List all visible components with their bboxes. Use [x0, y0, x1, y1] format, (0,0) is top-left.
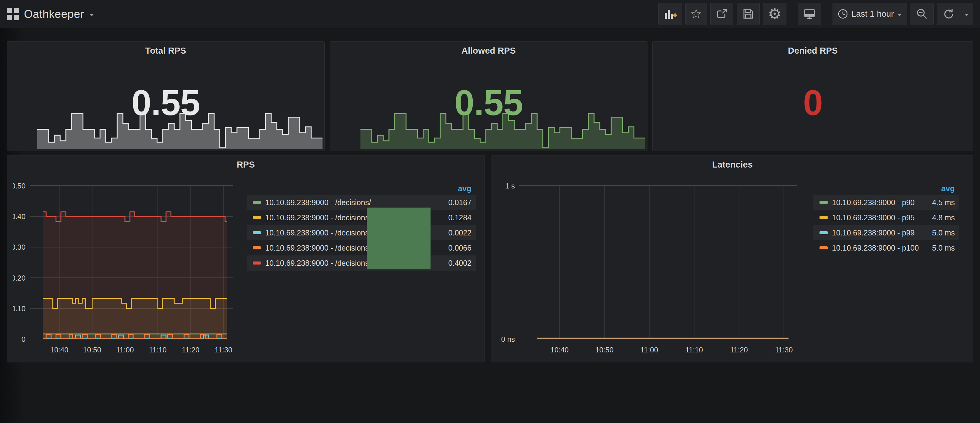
save-icon [741, 7, 755, 21]
legend-row[interactable]: 10.10.69.238:9000 - /decisions/0.4002 [247, 255, 476, 271]
refresh-button-group [937, 3, 973, 25]
time-range-label: Last 1 hour [851, 9, 894, 19]
chevron-down-icon [897, 14, 902, 16]
zoom-out-icon [915, 7, 929, 21]
series-label[interactable]: 10.10.69.238:9000 - p100 [832, 244, 919, 252]
series-avg-value: 5.0 ms [932, 228, 955, 237]
series-label[interactable]: 10.10.69.238:9000 - /decisions/ [265, 228, 371, 237]
panel-latencies: Latencies 10:4010:5011:0011:1011:2011:30… [492, 155, 973, 363]
panel-title[interactable]: Allowed RPS [330, 46, 647, 56]
panel-title[interactable]: Total RPS [7, 46, 325, 56]
svg-text:10:40: 10:40 [50, 346, 68, 354]
series-label[interactable]: 10.10.69.238:9000 - p95 [832, 213, 915, 222]
series-color-swatch[interactable] [253, 261, 261, 265]
legend-row[interactable]: 10.10.69.238:9000 - /decisions/0.1284 [247, 210, 476, 225]
latencies-legend: avg 10.10.69.238:9000 - p904.5 ms10.10.6… [813, 182, 959, 255]
refresh-icon [942, 7, 955, 21]
legend-row[interactable]: 10.10.69.238:9000 - /decisions/0.0066 [247, 240, 476, 255]
svg-text:11:30: 11:30 [215, 346, 232, 354]
legend-avg-header[interactable]: avg [813, 182, 959, 195]
series-color-swatch[interactable] [253, 231, 261, 234]
grafana-dashboard: { "nav": { "title": "Oathkeeper", "time_… [0, 0, 980, 423]
series-avg-value: 4.5 ms [932, 198, 955, 207]
panel-title[interactable]: Latencies [492, 160, 973, 170]
panel-total-rps: Total RPS 0.55 [7, 41, 325, 151]
rps-chart[interactable]: 10:4010:5011:0011:1011:2011:3000.100.200… [13, 165, 243, 358]
panel-allowed-rps: Allowed RPS 0.55 [330, 41, 648, 151]
series-avg-value: 5.0 ms [932, 244, 955, 252]
series-avg-value: 0.0066 [449, 244, 471, 252]
panel-denied-rps: Denied RPS 0 [652, 41, 973, 151]
chevron-down-icon [965, 14, 969, 16]
series-color-swatch[interactable] [819, 201, 828, 204]
svg-text:0 ns: 0 ns [501, 335, 515, 343]
svg-text:0.40: 0.40 [13, 212, 25, 220]
series-avg-value: 0.0167 [449, 198, 471, 207]
svg-text:0: 0 [22, 335, 25, 343]
series-avg-value: 0.0022 [449, 228, 471, 237]
latencies-chart[interactable]: 10:4010:5011:0011:1011:2011:300 ns1 s [498, 165, 810, 358]
refresh-button[interactable] [937, 3, 960, 25]
svg-text:10:50: 10:50 [83, 346, 101, 354]
series-avg-value: 4.8 ms [932, 213, 955, 222]
add-panel-button[interactable] [659, 3, 682, 25]
svg-text:10:50: 10:50 [595, 346, 614, 354]
panel-title[interactable]: Denied RPS [652, 46, 973, 56]
svg-text:11:10: 11:10 [686, 346, 703, 354]
series-label[interactable]: 10.10.69.238:9000 - /decisions/ [265, 198, 371, 207]
share-button[interactable] [710, 3, 733, 25]
dashboard-picker[interactable]: Oathkeeper [7, 8, 94, 21]
green-overlay [367, 208, 431, 269]
svg-text:0.50: 0.50 [13, 182, 25, 190]
stat-value: 0.55 [7, 82, 325, 123]
legend-row[interactable]: 10.10.69.238:9000 - p904.5 ms [813, 195, 959, 210]
dashboards-grid-icon [7, 8, 19, 20]
legend-avg-header[interactable]: avg [247, 182, 476, 195]
series-label[interactable]: 10.10.69.238:9000 - /decisions/ [265, 244, 371, 252]
svg-text:11:30: 11:30 [775, 346, 792, 354]
zoom-out-button[interactable] [910, 3, 934, 25]
legend-row[interactable]: 10.10.69.238:9000 - /decisions/0.0022 [247, 225, 476, 240]
svg-text:11:20: 11:20 [182, 346, 199, 354]
clock-icon [837, 8, 848, 19]
top-navbar: Oathkeeper ☆ [0, 0, 980, 29]
rps-legend: avg 10.10.69.238:9000 - /decisions/0.016… [247, 182, 476, 271]
gear-icon: ⚙ [768, 6, 781, 22]
legend-row[interactable]: 10.10.69.238:9000 - /decisions/0.0167 [247, 195, 476, 210]
time-range-picker[interactable]: Last 1 hour [832, 3, 907, 25]
svg-text:11:20: 11:20 [730, 346, 748, 354]
series-color-swatch[interactable] [819, 231, 828, 234]
dashboard-title: Oathkeeper [24, 8, 84, 21]
refresh-interval-dropdown[interactable] [960, 3, 973, 25]
add-panel-icon [663, 7, 677, 21]
legend-row[interactable]: 10.10.69.238:9000 - p995.0 ms [813, 225, 959, 240]
svg-text:10:40: 10:40 [550, 346, 569, 354]
series-label[interactable]: 10.10.69.238:9000 - p99 [832, 228, 915, 237]
series-label[interactable]: 10.10.69.238:9000 - /decisions/ [265, 259, 371, 268]
series-color-swatch[interactable] [819, 216, 828, 219]
series-avg-value: 0.1284 [449, 213, 471, 222]
series-color-swatch[interactable] [253, 201, 261, 204]
svg-text:0.20: 0.20 [13, 274, 25, 282]
svg-text:1 s: 1 s [505, 182, 515, 190]
legend-row[interactable]: 10.10.69.238:9000 - p1005.0 ms [813, 240, 959, 255]
settings-button[interactable]: ⚙ [763, 3, 786, 25]
cycle-view-button[interactable] [798, 3, 821, 25]
series-color-swatch[interactable] [253, 216, 261, 219]
star-button[interactable]: ☆ [686, 3, 707, 25]
svg-text:0.30: 0.30 [13, 243, 25, 251]
series-label[interactable]: 10.10.69.238:9000 - /decisions/ [265, 213, 371, 222]
svg-text:11:10: 11:10 [149, 346, 167, 354]
stat-value: 0 [652, 82, 973, 123]
series-color-swatch[interactable] [253, 246, 261, 249]
save-button[interactable] [737, 3, 760, 25]
stat-value: 0.55 [330, 82, 647, 123]
panel-title[interactable]: RPS [7, 160, 485, 170]
series-avg-value: 0.4002 [449, 259, 471, 268]
toolbar: ☆ ⚙ [655, 3, 973, 25]
chevron-down-icon [89, 14, 94, 16]
series-color-swatch[interactable] [819, 246, 828, 249]
series-label[interactable]: 10.10.69.238:9000 - p90 [832, 198, 915, 207]
monitor-icon [802, 7, 816, 21]
legend-row[interactable]: 10.10.69.238:9000 - p954.8 ms [813, 210, 959, 225]
